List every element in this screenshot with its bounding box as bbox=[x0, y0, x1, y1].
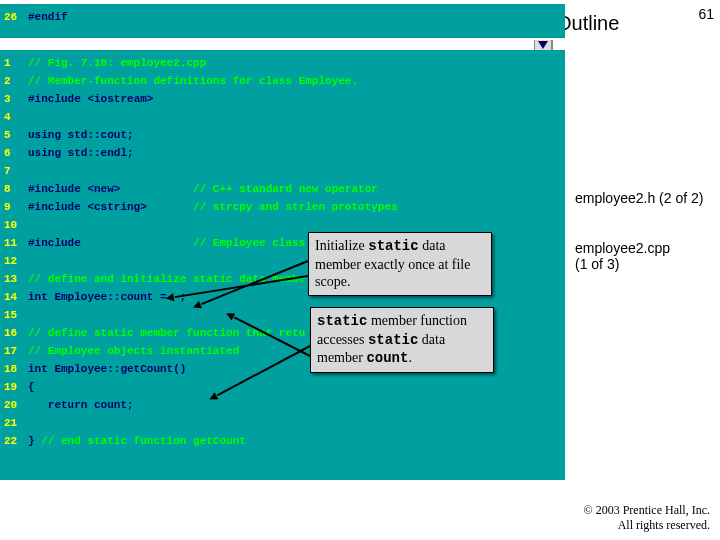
line-number: 26 bbox=[4, 8, 28, 26]
outline-title: Outline bbox=[556, 12, 619, 35]
code-text: // Employee class bbox=[193, 234, 312, 252]
file-label-2-name: employee2.cpp bbox=[575, 240, 670, 256]
code-text: return count; bbox=[28, 396, 134, 414]
code-line: 9#include <cstring> // strcpy and strlen… bbox=[4, 198, 561, 216]
line-number: 19 bbox=[4, 378, 28, 396]
line-number: 4 bbox=[4, 108, 28, 126]
line-number: 2 bbox=[4, 72, 28, 90]
copyright-line2: All rights reserved. bbox=[618, 518, 710, 532]
copyright-line1: © 2003 Prentice Hall, Inc. bbox=[584, 503, 710, 517]
code-line: 2// Member-function definitions for clas… bbox=[4, 72, 561, 90]
line-number: 22 bbox=[4, 432, 28, 450]
line-number: 13 bbox=[4, 270, 28, 288]
line-number: 17 bbox=[4, 342, 28, 360]
code-preamble: 26 #endif bbox=[0, 4, 565, 40]
line-number: 15 bbox=[4, 306, 28, 324]
outline-block: Outline bbox=[556, 12, 696, 35]
line-number: 20 bbox=[4, 396, 28, 414]
code-line: 20 return count; bbox=[4, 396, 561, 414]
code-text: #include bbox=[28, 234, 193, 252]
code-text: #include bbox=[28, 90, 87, 108]
line-number: 5 bbox=[4, 126, 28, 144]
code-line: 21 bbox=[4, 414, 561, 432]
code-text: int Employee::count = ; bbox=[28, 288, 186, 306]
callout-mono: count bbox=[366, 350, 408, 366]
line-number: 7 bbox=[4, 162, 28, 180]
callout-mono: static bbox=[368, 332, 418, 348]
code-line: 3#include <iostream> bbox=[4, 90, 561, 108]
line-number: 18 bbox=[4, 360, 28, 378]
code-line: 6using std::endl; bbox=[4, 144, 561, 162]
code-text: #include <cstring> bbox=[28, 198, 193, 216]
page-number: 61 bbox=[698, 6, 714, 22]
line-number: 1 bbox=[4, 54, 28, 72]
callout-text: Initialize bbox=[315, 238, 368, 253]
code-text: int Employee::getCount() bbox=[28, 360, 186, 378]
code-text: // Fig. 7.18: employee2.cpp bbox=[28, 54, 206, 72]
line-number: 14 bbox=[4, 288, 28, 306]
code-line: 1// Fig. 7.18: employee2.cpp bbox=[4, 54, 561, 72]
code-line: 7 bbox=[4, 162, 561, 180]
code-text: using std::cout; bbox=[28, 126, 134, 144]
code-text: using std::endl; bbox=[28, 144, 134, 162]
callout-init-static: Initialize static data member exactly on… bbox=[308, 232, 492, 296]
triangle-down-icon bbox=[538, 41, 548, 49]
code-text: // end static function getCount bbox=[41, 432, 246, 450]
code-text: // Employee objects instantiated bbox=[28, 342, 239, 360]
code-line: 4 bbox=[4, 108, 561, 126]
slide: 61 Outline 26 #endif 1// Fig. 7.18: empl… bbox=[0, 0, 720, 540]
callout-mono: static bbox=[368, 238, 418, 254]
line-number: 21 bbox=[4, 414, 28, 432]
code-text: <iostream> bbox=[87, 90, 153, 108]
code-line: 19{ bbox=[4, 378, 561, 396]
line-number: 6 bbox=[4, 144, 28, 162]
code-text: // strcpy and strlen prototypes bbox=[193, 198, 398, 216]
line-number: 9 bbox=[4, 198, 28, 216]
callout-static-fn: static member function accesses static d… bbox=[310, 307, 494, 373]
code-line: 8#include <new> // C++ standard new oper… bbox=[4, 180, 561, 198]
code-line: 22} // end static function getCount bbox=[4, 432, 561, 450]
callout-text: . bbox=[408, 350, 412, 365]
code-text: #endif bbox=[28, 8, 68, 26]
file-label-2: employee2.cpp (1 of 3) bbox=[575, 240, 670, 272]
code-text: #include <new> bbox=[28, 180, 193, 198]
code-text: } bbox=[28, 432, 41, 450]
callout-mono: static bbox=[317, 313, 367, 329]
line-number: 11 bbox=[4, 234, 28, 252]
line-number: 12 bbox=[4, 252, 28, 270]
line-number: 16 bbox=[4, 324, 28, 342]
line-number: 10 bbox=[4, 216, 28, 234]
line-number: 3 bbox=[4, 90, 28, 108]
code-line: 5using std::cout; bbox=[4, 126, 561, 144]
file-label-2-part: (1 of 3) bbox=[575, 256, 619, 272]
line-number: 8 bbox=[4, 180, 28, 198]
code-line: 26 #endif bbox=[4, 8, 561, 26]
code-text: // C++ standard new operator bbox=[193, 180, 378, 198]
copyright: © 2003 Prentice Hall, Inc. All rights re… bbox=[584, 503, 710, 532]
code-text: { bbox=[28, 378, 35, 396]
code-text: // Member-function definitions for class… bbox=[28, 72, 358, 90]
file-label-1: employee2.h (2 of 2) bbox=[575, 190, 703, 206]
